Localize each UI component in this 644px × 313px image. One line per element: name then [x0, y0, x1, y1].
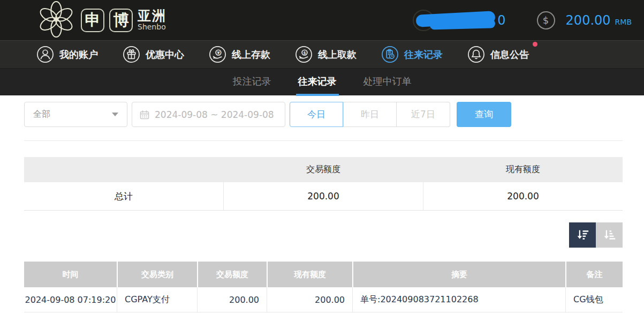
summary-header-empty: [24, 157, 224, 182]
bell-icon: [467, 46, 485, 63]
svg-text:¥: ¥: [217, 50, 219, 55]
wallet-amount: 200.00: [566, 13, 611, 28]
summary-header-trade-amount: 交易额度: [224, 157, 423, 182]
cell-time: 2024-09-08 07:19:20: [24, 287, 117, 312]
nav-item-promotions[interactable]: 优惠中心: [123, 46, 184, 63]
transactions-icon: [381, 46, 399, 63]
sort-descending-button[interactable]: [569, 222, 596, 248]
summary-header-row: 交易额度 现有额度: [24, 157, 623, 182]
main-content: 全部 2024-09-08 ~ 2024-09-08: [0, 102, 644, 312]
redaction-scribble: [429, 19, 495, 29]
tab-pending-orders[interactable]: 处理中订单: [361, 69, 414, 96]
nav-item-transactions[interactable]: 往来记录: [381, 46, 443, 63]
sort-ascending-button[interactable]: [596, 222, 623, 248]
cell-remark: CG钱包: [565, 287, 623, 312]
col-header-trade-amount: 交易额度: [197, 262, 267, 287]
sort-controls: [24, 222, 623, 248]
nav-label: 线上存款: [232, 48, 270, 61]
quick-range-today[interactable]: 今日: [290, 102, 343, 127]
type-select-value: 全部: [33, 109, 50, 120]
nav-item-announcements[interactable]: 信息公告: [467, 46, 529, 63]
logo-subtitle: Shenbo: [138, 23, 166, 31]
calendar-icon: [140, 110, 149, 120]
date-range-input[interactable]: 2024-09-08 ~ 2024-09-08: [132, 102, 285, 127]
user-icon: [36, 46, 54, 63]
cell-type: CGPAY支付: [117, 287, 197, 312]
withdraw-icon: $: [295, 46, 313, 63]
dollar-coin-icon: $: [537, 11, 555, 29]
sort-ascending-icon: [602, 228, 617, 242]
quick-range-last7days[interactable]: 近7日: [397, 102, 450, 127]
cell-current-amount: 200.00: [267, 287, 352, 312]
nav-item-withdraw[interactable]: $ 线上取款: [295, 46, 357, 63]
tab-transaction-records[interactable]: 往来记录: [296, 69, 339, 96]
date-range-value: 2024-09-08 ~ 2024-09-08: [155, 109, 274, 120]
gift-icon: [123, 46, 140, 63]
summary-trade-amount-value: 200.00: [223, 182, 423, 210]
summary-total-row: 总计 200.00 200.00: [24, 182, 623, 211]
type-select[interactable]: 全部: [24, 102, 127, 127]
summary-header-current-amount: 现有额度: [423, 157, 623, 182]
records-table: 时间 交易类别 交易额度 现有额度 摘要 备注 2024-09-08 07:19…: [24, 262, 623, 312]
records-header-row: 时间 交易类别 交易额度 现有额度 摘要 备注: [24, 262, 623, 287]
nav-label: 我的账户: [59, 48, 98, 61]
quick-range-yesterday[interactable]: 昨日: [343, 102, 397, 127]
col-header-type: 交易类别: [117, 262, 197, 287]
svg-text:$: $: [303, 50, 306, 55]
table-row: 2024-09-08 07:19:20 CGPAY支付 200.00 200.0…: [24, 287, 623, 312]
record-tabs: 投注记录 往来记录 处理中订单: [0, 68, 644, 95]
col-header-time: 时间: [24, 262, 117, 287]
col-header-current-amount: 现有额度: [267, 262, 352, 287]
nav-item-deposit[interactable]: ¥ 线上存款: [209, 46, 270, 63]
tab-bet-records[interactable]: 投注记录: [231, 69, 274, 96]
nav-label: 信息公告: [490, 48, 529, 61]
sort-descending-icon: [575, 228, 590, 242]
wallet-currency: RMB: [615, 14, 632, 26]
col-header-summary: 摘要: [352, 262, 565, 287]
redacted-account-info: 0: [411, 8, 506, 33]
summary-current-amount-value: 200.00: [423, 182, 623, 210]
filter-row: 全部 2024-09-08 ~ 2024-09-08: [24, 102, 623, 127]
summary-total-label: 总计: [24, 182, 223, 210]
cell-summary: 单号:202409083721102268: [352, 287, 565, 312]
section-divider: [24, 140, 623, 141]
nav-label: 优惠中心: [146, 48, 184, 61]
top-header: 申 博 亚洲 Shenbo 0 $ 200.00 RMB: [0, 0, 644, 40]
chevron-down-icon: [112, 113, 118, 116]
wallet-balance[interactable]: $ 200.00 RMB: [537, 11, 632, 29]
redacted-balance-tail: 0: [497, 13, 505, 28]
summary-table: 交易额度 现有额度 总计 200.00 200.00: [24, 157, 623, 211]
nav-label: 线上取款: [318, 48, 357, 61]
flower-logo-icon: [37, 1, 75, 40]
cell-trade-amount: 200.00: [197, 287, 267, 312]
col-header-remark: 备注: [565, 262, 623, 287]
notification-badge-dot: [533, 42, 537, 47]
main-nav: 我的账户 优惠中心 ¥ 线上存款: [0, 40, 644, 68]
nav-item-my-account[interactable]: 我的账户: [36, 46, 98, 63]
nav-label: 往来记录: [404, 48, 443, 61]
brand-logo: 申 博 亚洲 Shenbo: [37, 1, 166, 40]
logo-char-box: 博: [109, 9, 133, 32]
logo-char-box: 申: [81, 9, 104, 32]
search-button[interactable]: 查询: [457, 102, 511, 127]
deposit-icon: ¥: [209, 46, 226, 63]
quick-range-group: 今日 昨日 近7日: [290, 102, 450, 127]
logo-region-text: 亚洲: [138, 9, 166, 23]
